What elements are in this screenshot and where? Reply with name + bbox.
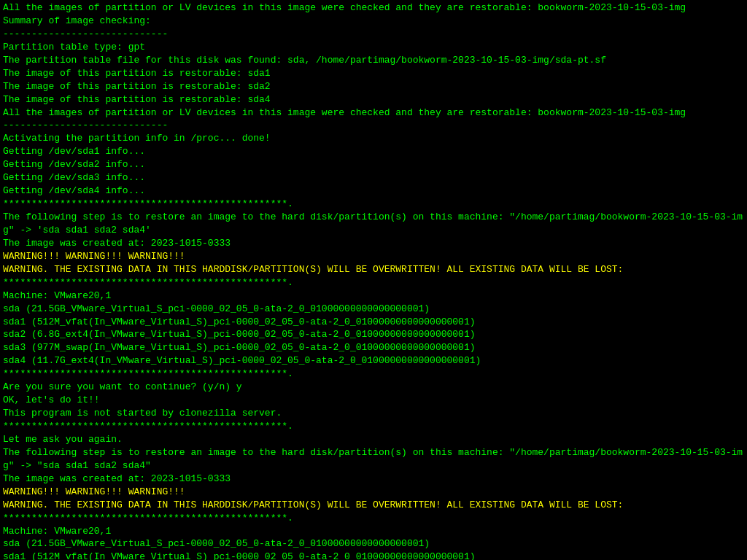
terminal-line: ****************************************… xyxy=(3,421,293,432)
terminal-line: sda1 (512M_vfat(In_VMware_Virtual_S)_pci… xyxy=(3,551,476,560)
terminal-line: The image of this partition is restorabl… xyxy=(3,81,271,92)
terminal-line: The partition table file for this disk w… xyxy=(3,55,606,66)
terminal-line: sda1 (512M_vfat(In_VMware_Virtual_S)_pci… xyxy=(3,316,476,327)
terminal-line: Getting /dev/sda1 info... xyxy=(3,146,145,157)
terminal-line: Partition table type: gpt xyxy=(3,42,145,52)
terminal-line: The image of this partition is restorabl… xyxy=(3,68,271,79)
terminal-line: Getting /dev/sda4 info... xyxy=(3,185,145,196)
terminal-line: sda (21.5GB_VMware_Virtual_S_pci-0000_02… xyxy=(3,538,430,549)
terminal-line: The image was created at: 2023-1015-0333 xyxy=(3,473,231,484)
terminal-line: ----------------------------- xyxy=(3,28,168,39)
terminal-line: The following step is to restore an imag… xyxy=(3,211,743,236)
terminal-line: ****************************************… xyxy=(3,513,293,524)
terminal-line: sda (21.5GB_VMware_Virtual_S_pci-0000_02… xyxy=(3,303,430,314)
terminal-line: WARNING. THE EXISTING DATA IN THIS HARDD… xyxy=(3,264,623,275)
terminal-line: Are you sure you want to continue? (y/n)… xyxy=(3,381,242,392)
terminal-line: All the images of partition or LV device… xyxy=(3,107,686,118)
terminal-line: Machine: VMware20,1 xyxy=(3,526,111,537)
terminal-line: sda2 (6.8G_ext4(In_VMware_Virtual_S)_pci… xyxy=(3,329,476,340)
terminal-line: sda4 (11.7G_ext4(In_VMware_Virtual_S)_pc… xyxy=(3,355,481,366)
terminal-line: WARNING!!! WARNING!!! WARNING!!! xyxy=(3,486,185,497)
terminal-line: Activating the partition info in /proc..… xyxy=(3,133,271,144)
terminal-line: ****************************************… xyxy=(3,277,293,288)
terminal-line: ****************************************… xyxy=(3,368,293,379)
terminal-line: sda3 (977M_swap(In_VMware_Virtual_S)_pci… xyxy=(3,342,476,353)
terminal-line: The image of this partition is restorabl… xyxy=(3,94,271,105)
terminal-line: OK, let's do it!! xyxy=(3,394,100,405)
terminal-line: WARNING!!! WARNING!!! WARNING!!! xyxy=(3,251,185,262)
terminal-line: Getting /dev/sda2 info... xyxy=(3,159,145,170)
terminal-line: Summary of image checking: xyxy=(3,15,151,26)
terminal-line: Machine: VMware20,1 xyxy=(3,290,111,301)
terminal-line: ****************************************… xyxy=(3,198,293,209)
terminal-line: The image was created at: 2023-1015-0333 xyxy=(3,238,231,249)
terminal-output: All the images of partition or LV device… xyxy=(0,0,747,560)
terminal-line: The following step is to restore an imag… xyxy=(3,447,743,471)
terminal-line: WARNING. THE EXISTING DATA IN THIS HARDD… xyxy=(3,499,623,510)
terminal-line: ----------------------------- xyxy=(3,120,168,131)
terminal-line: All the images of partition or LV device… xyxy=(3,2,686,13)
terminal-line: This program is not started by clonezill… xyxy=(3,408,282,419)
terminal-line: Let me ask you again. xyxy=(3,434,123,445)
terminal-line: Getting /dev/sda3 info... xyxy=(3,172,145,183)
